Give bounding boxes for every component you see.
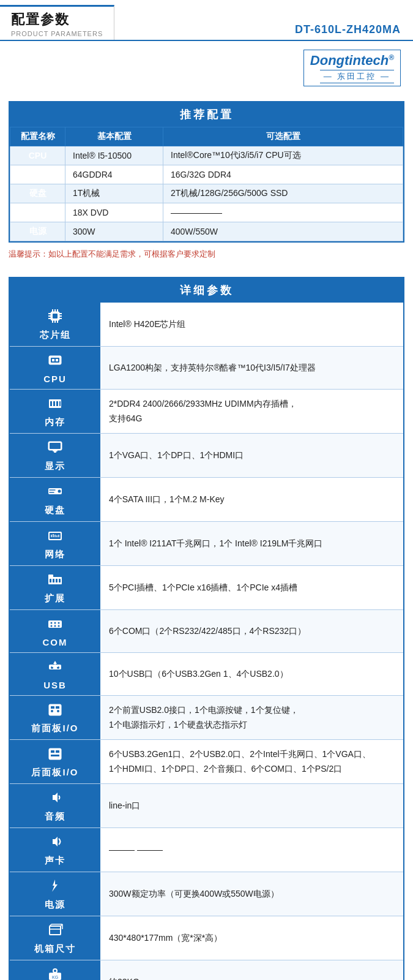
svg-rect-64 <box>51 755 59 756</box>
detail-icon <box>47 483 64 502</box>
detail-label-text: 机箱尺寸 <box>34 943 76 955</box>
detail-label-text: 显示 <box>45 461 65 472</box>
detail-label-text: USB <box>43 680 67 690</box>
detail-row: 前面板I/O 2个前置USB2.0接口，1个电源按键，1个复位键，1个电源指示灯… <box>10 696 403 740</box>
logo-sub-text: — 东田工控 — <box>320 70 394 83</box>
detail-label: 前面板I/O <box>10 696 100 739</box>
recommend-row: 硬盘 1T机械 2T机械/128G/256G/500G SSD <box>10 184 403 203</box>
detail-value: 约23KG <box>100 960 403 980</box>
recommend-row: 内存 64GDDR4 16G/32G DDR4 <box>10 165 403 184</box>
svg-point-48 <box>51 625 53 627</box>
svg-rect-26 <box>54 451 56 453</box>
detail-value: 1个 Intel® I211AT千兆网口，1个 Intel® I219LM千兆网… <box>100 522 403 565</box>
recommend-row-name: 硬盘 <box>10 184 65 203</box>
svg-rect-21 <box>56 401 58 406</box>
detail-row: 音频 line-in口 <box>10 784 403 828</box>
detail-label: 后面板I/O <box>10 740 100 783</box>
detail-label-text: 扩展 <box>45 593 65 605</box>
detail-icon: KG <box>47 965 64 980</box>
svg-point-47 <box>58 622 60 624</box>
detail-icon <box>47 658 64 677</box>
detail-value: LGA1200构架，支持英特尔®酷睿™10代I3/I5/I7处理器 <box>100 347 403 389</box>
detail-row: 声卡 ——— ——— <box>10 828 403 872</box>
detail-label: 声卡 <box>10 828 100 872</box>
svg-point-50 <box>58 625 60 627</box>
col-basic-header: 基本配置 <box>65 127 163 146</box>
detail-label: 内存 <box>10 390 100 433</box>
detail-label: 电源 <box>10 872 100 916</box>
recommend-row-basic: 64GDDR4 <box>65 165 163 184</box>
svg-rect-17 <box>56 359 58 361</box>
header-title-block: 配置参数 PRODUCT PARAMETERS <box>0 5 114 40</box>
detail-label-text: 前面板I/O <box>31 723 78 734</box>
svg-point-60 <box>57 710 59 712</box>
svg-rect-61 <box>49 748 61 760</box>
detail-label: 音频 <box>10 784 100 827</box>
detail-row: 后面板I/O 6个USB3.2Gen1口、2个USB2.0口、2个Intel千兆… <box>10 740 403 784</box>
svg-rect-58 <box>56 706 59 709</box>
recommend-row-optional: 16G/32G DDR4 <box>163 165 403 184</box>
logo-brand-text: Dongtintech® <box>310 53 394 68</box>
detail-icon <box>47 615 64 635</box>
detail-label: 硬盘 <box>10 478 100 521</box>
detail-label-text: 网络 <box>45 549 65 560</box>
detail-value: 1个VGA口、1个DP口、1个HDMI口 <box>100 434 403 477</box>
detail-label-text: COM <box>43 637 68 647</box>
detail-icon <box>47 745 64 764</box>
detail-label: 芯片组 <box>10 303 100 346</box>
detail-icon <box>47 789 64 809</box>
detail-title: 详细参数 <box>10 278 403 303</box>
detail-value: 4个SATA III口，1个M.2 M-Key <box>100 478 403 521</box>
detail-label: COM <box>10 610 100 652</box>
page-header: 配置参数 PRODUCT PARAMETERS DT-610L-ZH420MA <box>0 0 413 41</box>
logo-area: Dongtintech® — 东田工控 — <box>0 41 413 90</box>
detail-icon <box>47 571 64 590</box>
svg-rect-16 <box>52 359 54 361</box>
detail-row: COM 6个COM口（2个RS232/422/485口，4个RS232口） <box>10 610 403 653</box>
detail-row: 网络 1个 Intel® I211AT千兆网口，1个 Intel® I219LM… <box>10 522 403 566</box>
recommend-row: CPU Intel® I5-10500 Intel®Core™10代i3/i5/… <box>10 146 403 165</box>
detail-row: 扩展 5个PCI插槽、1个PCIe x16插槽、1个PCIe x4插槽 <box>10 566 403 610</box>
svg-rect-39 <box>48 575 53 578</box>
svg-rect-25 <box>53 450 58 451</box>
detail-row: 芯片组 Intel® H420E芯片组 <box>10 303 403 347</box>
svg-point-46 <box>54 622 56 624</box>
detail-value: 10个USB口（6个USB3.2Gen 1、4个USB2.0） <box>100 653 403 695</box>
header-model: DT-610L-ZH420MA <box>114 17 413 40</box>
svg-rect-43 <box>59 579 61 582</box>
logo-box: Dongtintech® — 东田工控 — <box>303 50 401 86</box>
svg-rect-24 <box>50 443 61 449</box>
recommend-row: 光驱 18X DVD —————— <box>10 203 403 222</box>
detail-value: 5个PCI插槽、1个PCIe x16插槽、1个PCIe x4插槽 <box>100 566 403 609</box>
svg-rect-40 <box>50 579 51 582</box>
recommend-row-name: 内存 <box>10 165 65 184</box>
detail-value: 300W额定功率（可更换400W或550W电源） <box>100 872 403 916</box>
svg-text:KG: KG <box>52 975 58 979</box>
svg-point-45 <box>51 622 53 624</box>
svg-marker-65 <box>52 880 58 892</box>
svg-rect-63 <box>56 750 59 753</box>
recommend-row-name: 电源 <box>10 222 65 241</box>
recommend-row-basic: Intel® I5-10500 <box>65 146 163 165</box>
detail-section: 详细参数 芯片组 Intel® H420E芯片组 CPU LGA1200构架，支… <box>9 277 404 980</box>
detail-value: 6个USB3.2Gen1口、2个USB2.0口、2个Intel千兆网口、1个VG… <box>100 740 403 783</box>
recommend-row-optional: 400W/550W <box>163 222 403 241</box>
detail-label-text: 芯片组 <box>40 330 71 341</box>
detail-value: ——— ——— <box>100 828 403 872</box>
detail-label: CPU <box>10 347 100 389</box>
detail-label: 扩展 <box>10 566 100 609</box>
detail-row: 显示 1个VGA口、1个DP口、1个HDMI口 <box>10 434 403 478</box>
svg-rect-20 <box>53 401 55 406</box>
detail-label-text: 内存 <box>45 417 65 428</box>
detail-label: 网络 <box>10 522 100 565</box>
detail-label-text: 音频 <box>45 811 65 823</box>
detail-row: 硬盘 4个SATA III口，1个M.2 M-Key <box>10 478 403 522</box>
detail-label-text: 后面板I/O <box>31 767 78 778</box>
svg-rect-41 <box>53 579 54 582</box>
recommend-row-optional: 2T机械/128G/256G/500G SSD <box>163 184 403 203</box>
detail-rows: 芯片组 Intel® H420E芯片组 CPU LGA1200构架，支持英特尔®… <box>10 303 403 980</box>
recommend-table: 配置名称 基本配置 可选配置 CPU Intel® I5-10500 Intel… <box>10 127 403 241</box>
detail-icon <box>47 352 64 371</box>
recommend-title: 推荐配置 <box>10 102 403 127</box>
recommend-section: 推荐配置 配置名称 基本配置 可选配置 CPU Intel® I5-10500 … <box>9 101 404 243</box>
